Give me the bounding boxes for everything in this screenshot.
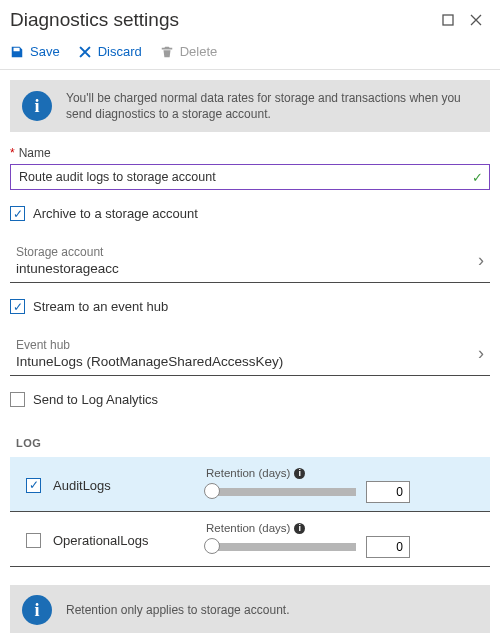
stream-checkbox-label: Stream to an event hub bbox=[33, 299, 168, 314]
chevron-right-icon: › bbox=[474, 343, 488, 364]
required-star: * bbox=[10, 146, 15, 160]
info-icon[interactable]: i bbox=[294, 523, 305, 534]
chevron-right-icon: › bbox=[474, 250, 488, 271]
info-icon[interactable]: i bbox=[294, 468, 305, 479]
storage-account-selector[interactable]: Storage account intunestorageacc › bbox=[10, 237, 490, 283]
operationallogs-retention-input[interactable] bbox=[366, 536, 410, 558]
svg-rect-0 bbox=[443, 15, 453, 25]
log-row-auditlogs[interactable]: ✓ AuditLogs Retention (days) i bbox=[10, 457, 490, 512]
trash-icon bbox=[160, 45, 174, 59]
discard-icon bbox=[78, 45, 92, 59]
valid-check-icon: ✓ bbox=[472, 170, 483, 185]
auditlogs-checkbox[interactable]: ✓ bbox=[26, 478, 41, 493]
info-icon: i bbox=[22, 91, 52, 121]
save-label: Save bbox=[30, 44, 60, 59]
operationallogs-label: OperationalLogs bbox=[53, 533, 148, 548]
log-section-heading: LOG bbox=[16, 437, 490, 449]
log-analytics-checkbox-label: Send to Log Analytics bbox=[33, 392, 158, 407]
info-banner-billing: i You'll be charged normal data rates fo… bbox=[10, 80, 490, 132]
delete-label: Delete bbox=[180, 44, 218, 59]
event-hub-value: IntuneLogs (RootManageSharedAccessKey) bbox=[16, 354, 474, 369]
auditlogs-retention-slider[interactable] bbox=[206, 488, 356, 496]
retention-label: Retention (days) bbox=[206, 522, 290, 534]
log-analytics-checkbox-row[interactable]: Send to Log Analytics bbox=[10, 392, 490, 407]
name-input[interactable] bbox=[17, 169, 472, 185]
event-hub-label: Event hub bbox=[16, 338, 474, 352]
archive-checkbox-label: Archive to a storage account bbox=[33, 206, 198, 221]
page-title: Diagnostics settings bbox=[10, 9, 432, 31]
info-icon: i bbox=[22, 595, 52, 625]
discard-label: Discard bbox=[98, 44, 142, 59]
toolbar: Save Discard Delete bbox=[0, 38, 500, 70]
operationallogs-retention-slider[interactable] bbox=[206, 543, 356, 551]
restore-window-button[interactable] bbox=[436, 8, 460, 32]
save-button[interactable]: Save bbox=[10, 44, 60, 59]
storage-account-label: Storage account bbox=[16, 245, 474, 259]
log-analytics-checkbox[interactable] bbox=[10, 392, 25, 407]
auditlogs-retention-input[interactable] bbox=[366, 481, 410, 503]
retention-label: Retention (days) bbox=[206, 467, 290, 479]
info-banner-retention: i Retention only applies to storage acco… bbox=[10, 585, 490, 633]
auditlogs-label: AuditLogs bbox=[53, 478, 111, 493]
archive-checkbox-row[interactable]: ✓ Archive to a storage account bbox=[10, 206, 490, 221]
name-input-wrap[interactable]: ✓ bbox=[10, 164, 490, 190]
stream-checkbox-row[interactable]: ✓ Stream to an event hub bbox=[10, 299, 490, 314]
event-hub-selector[interactable]: Event hub IntuneLogs (RootManageSharedAc… bbox=[10, 330, 490, 376]
storage-account-value: intunestorageacc bbox=[16, 261, 474, 276]
info-banner-text: You'll be charged normal data rates for … bbox=[66, 90, 478, 122]
stream-checkbox[interactable]: ✓ bbox=[10, 299, 25, 314]
operationallogs-checkbox[interactable] bbox=[26, 533, 41, 548]
name-field-label-row: *Name bbox=[10, 146, 490, 160]
log-row-operationallogs[interactable]: OperationalLogs Retention (days) i bbox=[10, 512, 490, 567]
discard-button[interactable]: Discard bbox=[78, 44, 142, 59]
info-banner-text: Retention only applies to storage accoun… bbox=[66, 602, 289, 618]
close-window-button[interactable] bbox=[464, 8, 488, 32]
delete-button: Delete bbox=[160, 44, 218, 59]
archive-checkbox[interactable]: ✓ bbox=[10, 206, 25, 221]
name-field-label: Name bbox=[19, 146, 51, 160]
save-icon bbox=[10, 45, 24, 59]
